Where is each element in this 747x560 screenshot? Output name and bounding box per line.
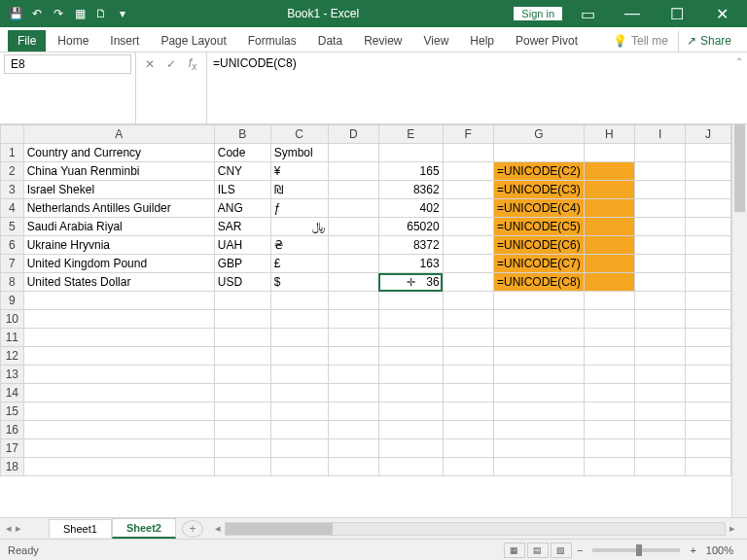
col-header[interactable]: J — [686, 125, 731, 144]
tab-power-pivot[interactable]: Power Pivot — [506, 30, 587, 52]
ribbon-tabs: File Home Insert Page Layout Formulas Da… — [0, 27, 747, 52]
add-sheet-button[interactable]: + — [182, 520, 203, 538]
table-row: 9 — [1, 292, 731, 310]
status-text: Ready — [8, 544, 39, 556]
prev-sheet-icon[interactable]: ◂ — [6, 522, 12, 535]
ribbon-options-icon[interactable]: ▭ — [568, 0, 607, 27]
table-row: 2China Yuan RenminbiCNY¥165=UNICODE(C2) — [1, 162, 731, 181]
col-header[interactable]: E — [378, 125, 443, 144]
fx-icon[interactable]: fx — [183, 54, 202, 74]
window-title: Book1 - Excel — [132, 7, 514, 20]
sheet-tab[interactable]: Sheet1 — [49, 519, 112, 538]
spreadsheet-grid[interactable]: A B C D E F G H I J 1Country and Currenc… — [0, 124, 731, 517]
table-row: 8United States DollarUSD$✛36=UNICODE(C8) — [1, 273, 731, 292]
maximize-icon[interactable]: ☐ — [658, 0, 696, 27]
signin-button[interactable]: Sign in — [514, 7, 562, 20]
zoom-in-button[interactable]: + — [686, 544, 699, 556]
col-header[interactable]: F — [443, 125, 493, 144]
select-all[interactable] — [1, 125, 24, 144]
sheet-tab-active[interactable]: Sheet2 — [112, 518, 176, 539]
table-row: 10 — [1, 310, 731, 329]
col-header[interactable]: D — [328, 125, 378, 144]
share-button[interactable]: ↗Share — [678, 30, 739, 52]
bulb-icon: 💡 — [613, 34, 627, 48]
zoom-out-button[interactable]: − — [573, 544, 587, 556]
cell-cursor-icon: ✛ — [407, 276, 415, 289]
col-header[interactable]: B — [214, 125, 270, 144]
sheet-tabs-bar: ◂▸ Sheet1 Sheet2 + ◂ ▸ — [0, 517, 747, 539]
title-bar: 💾 ↶ ↷ ▦ 🗋 ▾ Book1 - Excel Sign in ▭ — ☐ … — [0, 0, 747, 27]
table-row: 5Saudi Arabia RiyalSAR﷼65020=UNICODE(C5) — [1, 218, 731, 236]
hscroll-right-icon[interactable]: ▸ — [726, 522, 739, 535]
table-row: 15 — [1, 402, 731, 421]
status-bar: Ready ▦ ▤ ▧ − + 100% — [0, 539, 747, 560]
zoom-level[interactable]: 100% — [700, 544, 739, 556]
table-row: 7United Kingdom PoundGBP£163=UNICODE(C7) — [1, 255, 731, 273]
table-row: 6Ukraine HryvniaUAH₴8372=UNICODE(C6) — [1, 236, 731, 255]
qat-icon2[interactable]: 🗋 — [91, 4, 111, 23]
tab-file[interactable]: File — [8, 30, 46, 52]
table-row: 1Country and CurrencyCodeSymbol — [1, 144, 731, 162]
vertical-scrollbar[interactable] — [731, 124, 747, 517]
name-box-input[interactable] — [4, 54, 131, 74]
enter-formula-icon[interactable]: ✓ — [161, 54, 181, 74]
cancel-formula-icon[interactable]: ✕ — [140, 54, 160, 74]
tab-formulas[interactable]: Formulas — [238, 30, 306, 52]
hscroll-left-icon[interactable]: ◂ — [211, 522, 225, 535]
minimize-icon[interactable]: — — [613, 0, 652, 27]
close-icon[interactable]: ✕ — [702, 0, 741, 27]
tab-help[interactable]: Help — [460, 30, 504, 52]
active-cell[interactable]: ✛36 — [378, 273, 443, 292]
view-page-break-icon[interactable]: ▧ — [551, 542, 572, 558]
tab-review[interactable]: Review — [354, 30, 411, 52]
tab-data[interactable]: Data — [308, 30, 352, 52]
formula-input[interactable]: =UNICODE(C8) — [207, 52, 731, 123]
next-sheet-icon[interactable]: ▸ — [16, 522, 21, 535]
table-row: 16 — [1, 421, 731, 439]
table-row: 11 — [1, 329, 731, 347]
col-header[interactable]: G — [493, 125, 584, 144]
expand-formula-bar-icon[interactable]: ⌃ — [731, 52, 747, 123]
table-row: 13 — [1, 366, 731, 384]
col-header[interactable]: H — [584, 125, 634, 144]
view-normal-icon[interactable]: ▦ — [504, 542, 525, 558]
tab-home[interactable]: Home — [48, 30, 98, 52]
formula-bar: ✕ ✓ fx =UNICODE(C8) ⌃ — [0, 52, 747, 124]
zoom-slider[interactable] — [592, 548, 680, 552]
qat-icon[interactable]: ▦ — [70, 4, 89, 23]
table-row: 17 — [1, 439, 731, 458]
view-page-layout-icon[interactable]: ▤ — [527, 542, 549, 558]
table-row: 14 — [1, 384, 731, 402]
qat-dropdown-icon[interactable]: ▾ — [113, 4, 132, 23]
name-box[interactable] — [0, 52, 136, 123]
table-row: 12 — [1, 347, 731, 366]
table-row: 4Netherlands Antilles GuilderANGƒ402=UNI… — [1, 199, 731, 218]
redo-icon[interactable]: ↷ — [49, 4, 68, 23]
share-icon: ↗ — [687, 34, 696, 48]
undo-icon[interactable]: ↶ — [27, 4, 47, 23]
col-header[interactable]: A — [23, 125, 214, 144]
save-icon[interactable]: 💾 — [6, 4, 25, 23]
tab-page-layout[interactable]: Page Layout — [151, 30, 235, 52]
tab-insert[interactable]: Insert — [100, 30, 149, 52]
col-header[interactable]: I — [635, 125, 686, 144]
table-row: 18 — [1, 458, 731, 476]
horizontal-scrollbar[interactable] — [225, 522, 726, 536]
col-header[interactable]: C — [270, 125, 328, 144]
tab-view[interactable]: View — [414, 30, 459, 52]
table-row: 3Israel ShekelILS₪8362=UNICODE(C3) — [1, 181, 731, 199]
tell-me-search[interactable]: 💡Tell me — [605, 30, 676, 52]
